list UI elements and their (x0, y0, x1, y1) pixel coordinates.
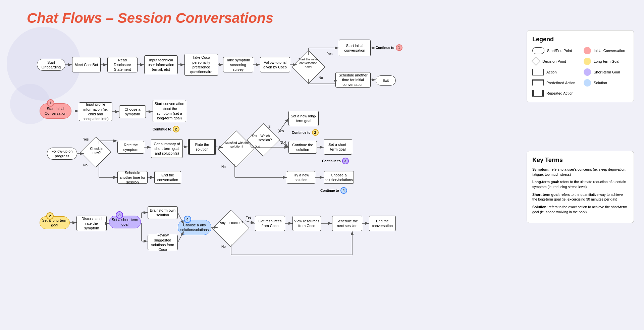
badge-2a: 2 (173, 126, 179, 132)
yes-label-1: Yes (327, 52, 332, 56)
yes-label-5: Yes (246, 216, 251, 219)
key-term-shortterm: Short-term goal: refers to the quantitat… (532, 192, 628, 202)
continue-to-2a: Continue to 2 (153, 126, 179, 132)
get-resources: Get resources from Coco (255, 216, 285, 231)
rate-symptom: Rate the symptom (117, 141, 144, 154)
view-resources: View resources from Coco (292, 216, 321, 231)
rate-solution: Rate the solution (188, 139, 216, 155)
badge-2-bottom: 2 (46, 212, 54, 220)
decision-check-in: Check in now? (83, 140, 110, 166)
followup-progress: Follow-up on progress (47, 148, 77, 160)
choose-any-solutions: Choose a any solution/solutions (178, 220, 211, 235)
set-short-term-right: Set a short-term goal (324, 139, 352, 155)
start-initial-conversation: Start initial conversation (339, 40, 371, 56)
follow-tutorial: Follow tutorial given by Coco (260, 57, 290, 72)
badge-start-1: 1 (47, 99, 54, 107)
s-label: S (268, 125, 271, 128)
badge-3-bottom: 3 (116, 211, 123, 219)
no-label-5: No (221, 245, 226, 249)
continue-to-3: Continue to 3 (322, 158, 349, 164)
legend-item-diamond: Decision Point (532, 58, 577, 65)
review-suggested: Review suggested solutions from Coco (148, 235, 178, 250)
continue-to-1: Continue to 1 (376, 44, 402, 51)
legend-title: Legend (532, 36, 628, 43)
legend-item-oval: Start/End Point (532, 47, 577, 54)
badge-4-bottom: 4 (184, 216, 191, 223)
get-summary: Get summary of short-term goal and solut… (151, 139, 183, 158)
input-technical: Input technical user information (email,… (144, 55, 178, 74)
schedule-another-initial: Schedule another time for initial conver… (335, 72, 371, 88)
legend-grid: Start/End Point Initial Conversation Dec… (532, 47, 628, 97)
legend-item-shortterm: Short-term Goal (584, 68, 628, 76)
input-profile: Input profile information (ie. child and… (79, 102, 112, 121)
choose-symptom: Choose a symptom (119, 105, 146, 118)
24-label: 2-4 (281, 141, 286, 145)
yes-label-2: Yes (278, 129, 284, 133)
set-short-term-goal-bottom: Set a short-term goal (109, 216, 141, 228)
schedule-session: Schedule another time for session (117, 171, 148, 184)
legend-item-rect: Action (532, 68, 577, 76)
end-conversation-2: End the conversation (369, 216, 396, 231)
schedule-next-session: Schedule the next session (332, 216, 362, 231)
badge-3: 3 (342, 158, 349, 164)
brainstorm-solution: Brainstorm own solution (148, 206, 178, 219)
legend-item-longterm: Long-term Goal (584, 58, 628, 65)
key-terms-panel: Key Terms Symptom: refers to a user's co… (527, 151, 634, 223)
badge-2b: 2 (312, 129, 319, 136)
continue-solution: Continue the solution (288, 141, 317, 154)
discuss-rate-symptom: Discuss and rate the symptom (76, 216, 107, 231)
decision-any-resources: Any resources? (216, 214, 246, 244)
take-symptom-screening: Take symptom screening survey (223, 57, 253, 72)
continue-to-4: Continue to 4 (320, 187, 347, 194)
legend-item-repeated: Repeated Action (532, 90, 577, 97)
key-term-solution: Solution: refers to the exact action to … (532, 205, 628, 214)
svg-line-44 (245, 221, 255, 223)
choose-solution: Choose a solution/solutions (324, 171, 354, 184)
end-conversation-1: End the conversation (154, 171, 181, 184)
set-new-long-term: Set a new long-term goal (288, 111, 319, 126)
continue-to-2b: Continue to 2 (292, 129, 319, 136)
badge-1: 1 (396, 44, 402, 51)
no-label-3: No (83, 163, 88, 167)
legend-item-initial: Initial Conversation (584, 47, 628, 54)
start-onboarding: Start Onboarding (37, 59, 65, 71)
no-label-1: No (319, 76, 323, 80)
yes-label-3: Yes (83, 138, 89, 141)
decision-satisfied: Satisfied with the solution? (221, 134, 252, 164)
read-disclosure: Read Disclosure Statement (107, 57, 138, 72)
try-new-solution: Try a new solution (287, 171, 315, 184)
key-terms-title: Key Terms (532, 157, 628, 164)
start-initial-conversation-2: Start Initial Conversation (40, 103, 71, 119)
exit-box: Exit (376, 75, 396, 86)
key-term-symptom: Symptom: refers to a user's concerns (ie… (532, 167, 628, 177)
start-convo-symptom: Start conversation about the symptom (se… (153, 100, 186, 122)
legend-item-predefined: Predefined Action (532, 79, 577, 87)
page-title: Chat Flows – Session Conversations (27, 10, 273, 26)
meet-cocobot: Meet CocoBot (72, 57, 101, 72)
key-term-longterm: Long-term goal: refers to the ultimate r… (532, 179, 628, 189)
set-long-term-goal: Set a long-term goal (40, 216, 70, 229)
no-label-4: No (221, 165, 226, 169)
badge-4: 4 (340, 187, 347, 194)
legend-item-solution: Solution (584, 79, 628, 87)
legend-panel: Legend Start/End Point Initial Conversat… (527, 30, 634, 102)
take-coco-personality: Take Coco personality preference questio… (184, 54, 218, 76)
24-label-2: 2-4 (255, 145, 260, 149)
